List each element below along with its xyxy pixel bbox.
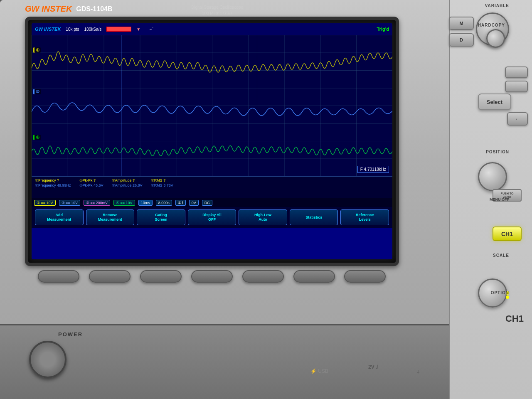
hardcopy-button[interactable]: [486, 29, 505, 48]
meas-group-3: ①Amplitude ? ②Amplitude 26.8V: [112, 178, 143, 187]
waveform-svg: [32, 35, 392, 176]
display-all-off-btn[interactable]: Display AllOFF: [188, 209, 236, 225]
brand-logo: GW INSTEK: [25, 4, 72, 14]
waveform-area: ① ② ④ F 4.70118kHz: [32, 35, 392, 176]
meas-group-1: ①Frequency ? ②Frequency 49.99Hz: [35, 178, 71, 187]
ch1-label: ①: [33, 47, 41, 53]
svg-rect-0: [32, 35, 392, 176]
brand-bezel: GW INSTEK GDS-1104B: [25, 4, 113, 14]
hw-btn-5[interactable]: [242, 270, 284, 283]
hw-btn-6[interactable]: [293, 270, 335, 283]
hw-btn-1[interactable]: [38, 270, 79, 283]
ch4-label: ④: [33, 135, 41, 140]
reference-levels-btn[interactable]: ReferenceLevels: [340, 209, 389, 225]
hw-btn-3[interactable]: [140, 270, 182, 283]
d-button[interactable]: D: [449, 33, 474, 47]
pkpk2-label: ②Pk-Pk 45.6V: [79, 183, 103, 187]
softkey-bar: AddMeasurement RemoveMeasurement GatingS…: [32, 207, 392, 228]
bottom-panel: POWER ⚡ USB 2V ♩ ⏚: [0, 324, 453, 399]
menu-off-label: MENU OFF: [490, 197, 509, 202]
rms1-label: ①RMS ?: [151, 178, 166, 182]
lcd-screen: GW INSTEK 10k pts 100kSa/s ▼ ⌐‾ Trig'd: [32, 23, 392, 259]
meas-group-2: ①Pk-Pk ? ②Pk-Pk 45.6V: [79, 178, 103, 187]
screen-header: GW INSTEK 10k pts 100kSa/s ▼ ⌐‾ Trig'd: [32, 23, 392, 35]
remove-measurement-btn[interactable]: RemoveMeasurement: [86, 209, 135, 225]
delay-status: 8.000s: [156, 200, 172, 206]
acquisition-bar: [106, 27, 131, 32]
freq2-label: ②Frequency 49.99Hz: [35, 183, 71, 187]
ch4-status: ④ == 10V: [113, 200, 135, 206]
select-button[interactable]: Select: [478, 94, 511, 110]
ch2-label: ②: [33, 89, 41, 94]
ch1-indicator: CH1: [493, 227, 522, 241]
meas-item-pkpk2: ②Pk-Pk 45.6V: [79, 183, 103, 187]
usb-symbol: ⚡ USB: [310, 368, 328, 374]
right-btn-2[interactable]: [505, 81, 528, 92]
hw-buttons-row: [25, 270, 399, 283]
measurements-bar: ①Frequency ? ②Frequency 49.99Hz ①Pk-Pk ?…: [32, 176, 392, 198]
timebase-status: 10ms: [138, 200, 153, 206]
m-button[interactable]: M: [449, 17, 474, 30]
pts-label: 10k pts: [66, 27, 79, 32]
back-button[interactable]: ←: [507, 112, 528, 126]
right-panel: VARIABLE M D HARDCOPY Select ← POSITION …: [449, 0, 532, 399]
meas-item-freq2: ②Frequency 49.99Hz: [35, 183, 71, 187]
trigger-symbol: ▼: [136, 27, 140, 32]
trigger-level-status: 0V: [189, 200, 199, 206]
position-knob[interactable]: [478, 162, 507, 191]
ch2-status: ② == 10V: [59, 200, 81, 206]
meas-group-4: ①RMS ? ②RMS 3.78V: [151, 178, 173, 187]
hw-btn-4[interactable]: [191, 270, 233, 283]
right-side-buttons: [505, 66, 528, 92]
power-button[interactable]: [29, 341, 66, 378]
meas-item-freq1: ①Frequency ?: [35, 178, 71, 182]
meas-item-amp1: ①Amplitude ?: [112, 178, 143, 182]
variable-label: VARIABLE: [485, 3, 509, 8]
statistics-btn[interactable]: Statistics: [290, 209, 338, 225]
scale-label: SCALE: [493, 253, 509, 258]
screen-logo: GW INSTEK: [35, 27, 61, 32]
freq1-label: ①Frequency ?: [35, 178, 59, 182]
meas-item-rms2: ②RMS 3.78V: [151, 183, 173, 187]
frequency-display: F 4.70118kHz: [357, 166, 389, 173]
trigger-status: Trig'd: [377, 27, 389, 32]
pkpk1-label: ①Pk-Pk ?: [79, 178, 96, 182]
add-measurement-btn[interactable]: AddMeasurement: [35, 209, 84, 225]
hardcopy-label: HARDCOPY: [478, 23, 505, 27]
screen-bezel: GW INSTEK 10k pts 100kSa/s ▼ ⌐‾ Trig'd: [25, 17, 399, 266]
amp1-label: ①Amplitude ?: [112, 178, 135, 182]
trigger-icon: ⌐‾: [150, 27, 153, 31]
model-desc-text: Digital Storage Oscilloscope 100 MHz 1 G…: [191, 4, 243, 17]
sample-rate: 100kSa/s: [84, 27, 102, 32]
rms2-label: ②RMS 3.78V: [151, 183, 173, 187]
position-label: POSITION: [486, 150, 509, 154]
trigger-ch-status: ① f: [175, 200, 186, 206]
option-label: OPTION: [491, 291, 509, 295]
hw-btn-7[interactable]: [344, 270, 386, 283]
high-low-auto-btn[interactable]: High-LowAuto: [239, 209, 287, 225]
2v-label: 2V ♩: [368, 364, 378, 370]
coupling-status: DC: [202, 200, 212, 206]
gating-screen-btn[interactable]: GatingScreen: [137, 209, 185, 225]
ch1-status: ① == 10V: [34, 200, 56, 206]
meas-item-pkpk1: ①Pk-Pk ?: [79, 178, 103, 182]
meas-item-amp2: ②Amplitude 26.8V: [112, 183, 143, 187]
status-bar: ① == 10V ② == 10V ③ == 200mV ④ == 10V 10…: [32, 198, 392, 207]
right-btn-1[interactable]: [505, 66, 528, 78]
ch1-bottom-label: CH1: [505, 313, 524, 324]
model-name: GDS-1104B: [76, 5, 112, 13]
ch3-status: ③ == 200mV: [84, 200, 110, 206]
hw-btn-2[interactable]: [89, 270, 131, 283]
oscilloscope-body: GW INSTEK GDS-1104B Digital Storage Osci…: [0, 0, 453, 399]
ground-symbol: ⏚: [417, 369, 420, 374]
amp2-label: ②Amplitude 26.8V: [112, 183, 143, 187]
power-label: POWER: [58, 331, 83, 337]
meas-item-rms1: ①RMS ?: [151, 178, 173, 182]
